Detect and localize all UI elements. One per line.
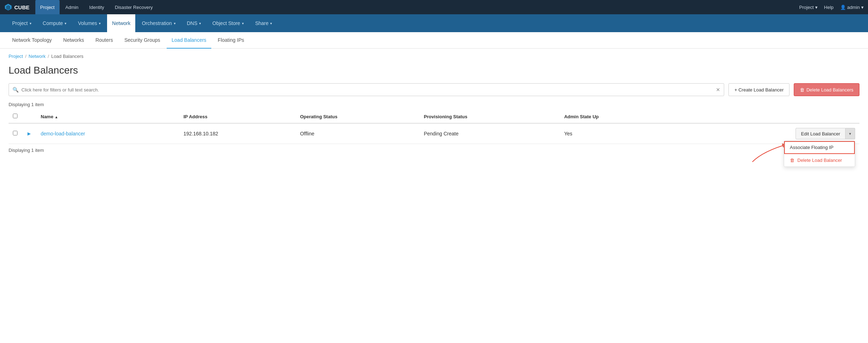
subnav-load-balancers[interactable]: Load Balancers (167, 32, 211, 49)
header-expand (22, 110, 36, 123)
user-menu[interactable]: 👤 admin ▾ (840, 5, 864, 10)
dropdown-trash-icon: 🗑 (790, 158, 794, 163)
secondnav-project[interactable]: Project ▾ (7, 14, 36, 32)
edit-load-balancer-button[interactable]: Edit Load Balancer (796, 128, 846, 139)
row-provisioning-status-cell: Pending Create (419, 123, 560, 144)
row-operating-status-cell: Offline (296, 123, 420, 144)
table-row: ▶ demo-load-balancer 192.168.10.182 Offl… (9, 123, 859, 144)
sort-icon: ▲ (55, 115, 58, 119)
dropdown-delete-load-balancer[interactable]: 🗑 Delete Load Balancer (784, 154, 855, 166)
secondnav-orchestration[interactable]: Orchestration ▾ (137, 14, 180, 32)
search-icon: 🔍 (12, 87, 19, 93)
subnav-routers[interactable]: Routers (90, 32, 118, 49)
load-balancers-table: Name ▲ IP Address Operating Status Provi… (9, 110, 859, 144)
topnav-project[interactable]: Project (35, 0, 60, 14)
page-title: Load Balancers (9, 65, 859, 76)
subnav-network-topology[interactable]: Network Topology (7, 32, 57, 49)
search-box: 🔍 ✕ (9, 83, 724, 96)
secondnav-dns[interactable]: DNS ▾ (182, 14, 206, 32)
action-dropdown-button[interactable]: ▾ (846, 128, 855, 139)
trash-icon: 🗑 (800, 87, 804, 93)
annotation-container: Displaying 1 item (9, 148, 859, 169)
breadcrumb-project[interactable]: Project (9, 54, 23, 59)
row-ip-cell: 192.168.10.182 (179, 123, 296, 144)
help-link[interactable]: Help (824, 5, 834, 10)
top-right: Project ▾ Help 👤 admin ▾ (799, 5, 864, 10)
logo: CUBE (4, 3, 30, 11)
action-group: Edit Load Balancer ▾ Associate Floating … (680, 128, 855, 139)
row-name-cell: demo-load-balancer (36, 123, 179, 144)
subnav-security-groups[interactable]: Security Groups (119, 32, 165, 49)
secondnav-object-store[interactable]: Object Store ▾ (207, 14, 249, 32)
page-content: Load Balancers 🔍 ✕ + Create Load Balance… (0, 61, 868, 178)
search-row: 🔍 ✕ + Create Load Balancer 🗑 Delete Load… (9, 83, 859, 96)
table-header-row: Name ▲ IP Address Operating Status Provi… (9, 110, 859, 123)
load-balancer-name-link[interactable]: demo-load-balancer (41, 131, 85, 136)
secondnav-compute[interactable]: Compute ▾ (38, 14, 72, 32)
row-expand-cell: ▶ (22, 123, 36, 144)
second-nav: Project ▾ Compute ▾ Volumes ▾ Network Or… (0, 14, 868, 32)
topnav-disaster-recovery[interactable]: Disaster Recovery (110, 0, 158, 14)
row-expand-button[interactable]: ▶ (26, 130, 32, 137)
topnav-identity[interactable]: Identity (84, 0, 109, 14)
subnav-floating-ips[interactable]: Floating IPs (213, 32, 249, 49)
sub-nav: Network Topology Networks Routers Securi… (0, 32, 868, 49)
secondnav-network[interactable]: Network (107, 14, 135, 32)
header-operating-status: Operating Status (296, 110, 420, 123)
item-count-bottom: Displaying 1 item (9, 148, 859, 153)
logo-text: CUBE (14, 4, 30, 10)
subnav-networks[interactable]: Networks (58, 32, 89, 49)
search-input[interactable] (21, 87, 713, 93)
dropdown-associate-floating-ip[interactable]: Associate Floating IP (784, 141, 855, 154)
breadcrumb: Project / Network / Load Balancers (0, 49, 868, 61)
header-checkbox-cell (9, 110, 22, 123)
action-dropdown-menu: Associate Floating IP 🗑 Delete Load Bala… (784, 141, 855, 167)
breadcrumb-network[interactable]: Network (29, 54, 46, 59)
row-checkbox-cell (9, 123, 22, 144)
create-load-balancer-button[interactable]: + Create Load Balancer (728, 83, 790, 96)
header-ip: IP Address (179, 110, 296, 123)
row-checkbox[interactable] (13, 131, 17, 135)
secondnav-volumes[interactable]: Volumes ▾ (73, 14, 106, 32)
row-admin-state-cell: Yes (560, 123, 676, 144)
header-admin-state: Admin State Up (560, 110, 676, 123)
search-clear-icon[interactable]: ✕ (716, 87, 720, 93)
header-name[interactable]: Name ▲ (36, 110, 179, 123)
row-actions-cell: Edit Load Balancer ▾ Associate Floating … (676, 123, 859, 144)
select-all-checkbox[interactable] (13, 114, 17, 118)
project-selector[interactable]: Project ▾ (799, 5, 817, 10)
header-provisioning-status: Provisioning Status (419, 110, 560, 123)
top-nav: Project Admin Identity Disaster Recovery (35, 0, 799, 14)
header-actions (676, 110, 859, 123)
secondnav-share[interactable]: Share ▾ (250, 14, 277, 32)
breadcrumb-current: Load Balancers (51, 54, 83, 59)
top-bar: CUBE Project Admin Identity Disaster Rec… (0, 0, 868, 14)
delete-load-balancers-button[interactable]: 🗑 Delete Load Balancers (794, 83, 859, 96)
item-count-top: Displaying 1 item (9, 102, 859, 107)
topnav-admin[interactable]: Admin (60, 0, 84, 14)
